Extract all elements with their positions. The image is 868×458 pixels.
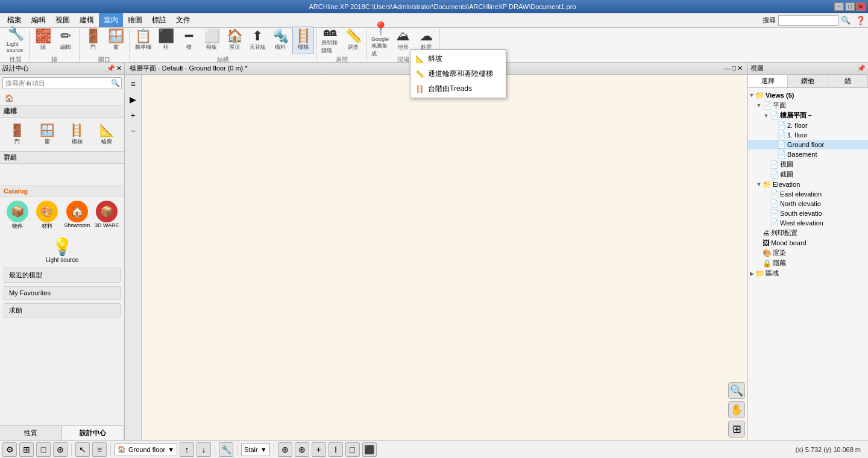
up-button[interactable]: ↑	[180, 442, 194, 457]
menu-build[interactable]: 建構	[75, 13, 99, 27]
properties-button[interactable]: 🔧 Light source	[5, 27, 27, 54]
canvas-tool-arrow[interactable]: ▶	[127, 93, 140, 106]
tab-anchor[interactable]: 錨	[828, 75, 868, 87]
design-center-controls[interactable]: 📌 ✕	[107, 64, 122, 72]
extra-button[interactable]: ⬛	[362, 442, 377, 457]
menu-draw[interactable]: 繪圖	[123, 13, 147, 27]
search-input[interactable]	[778, 15, 838, 26]
canvas-content[interactable]: ≡ ▶ + − 🔍 ✋ ⊞	[125, 75, 747, 440]
stair-button[interactable]: 🪜 樓梯	[292, 27, 314, 54]
canvas-grid-button[interactable]: ⊞	[728, 421, 745, 438]
room-button[interactable]: 🏘 房間和牆塊	[319, 27, 341, 54]
grid-button[interactable]: ⊞	[19, 442, 34, 457]
dc-door[interactable]: 🚪 門	[4, 121, 31, 148]
dc-search-input[interactable]	[3, 78, 110, 88]
tree-item[interactable]: 🔒 隱藏	[748, 258, 868, 268]
menu-document[interactable]: 文件	[171, 13, 195, 27]
snap-button[interactable]: ⊕	[53, 442, 68, 457]
wall-button[interactable]: 🧱 牆	[32, 27, 54, 54]
floor-dropdown[interactable]: 🏠 Ground floor ▼	[115, 443, 177, 456]
light-source-item[interactable]: 💡 Light source	[0, 234, 124, 266]
tree-item[interactable]: 📄 North elevatio	[748, 199, 868, 209]
dc-home-button[interactable]: 🏠	[0, 92, 124, 105]
slab-button[interactable]: ⬜ 模板	[201, 27, 222, 54]
canvas-maximize-icon[interactable]: □	[732, 64, 736, 72]
menu-edit[interactable]: 編輯	[27, 13, 51, 27]
rect-button[interactable]: □	[36, 442, 51, 457]
tab-properties[interactable]: 性質	[0, 426, 62, 440]
stair-dropdown-treads[interactable]: 🪜 台階由Treads	[410, 81, 506, 96]
stair-dropdown-status[interactable]: Stair ▼	[241, 443, 270, 456]
tree-item[interactable]: 📄 1. floor	[748, 130, 868, 140]
tree-item[interactable]: 🎨 渲染	[748, 248, 868, 258]
canvas-tool-list[interactable]: ≡	[127, 77, 140, 90]
roof-button[interactable]: 🏠 屋頂	[224, 27, 245, 54]
tool-button[interactable]: 🔧	[219, 442, 233, 457]
menu-interior[interactable]: 室內	[99, 13, 123, 27]
right-panel-controls[interactable]: 📌	[857, 64, 866, 72]
tab-select[interactable]: 選擇	[748, 75, 788, 87]
dc-profile[interactable]: 📐 輪廓	[93, 121, 121, 148]
tree-item[interactable]: 📄 視圖	[748, 159, 868, 169]
tree-item[interactable]: ▼ 📁 Views (5)	[748, 90, 868, 100]
title-bar-controls[interactable]: − □ ✕	[834, 2, 866, 11]
tree-item[interactable]: ▼ 📄 樓層平面－	[748, 110, 868, 121]
dc-search-icon[interactable]: 🔍	[110, 78, 121, 89]
compass-button[interactable]: ⊕	[295, 442, 309, 457]
tree-item[interactable]: 📄 East elevation	[748, 189, 868, 199]
help-button[interactable]: 求助	[4, 303, 121, 318]
wall-edit-button[interactable]: ✏ 編輯	[55, 27, 77, 54]
design-center-search[interactable]: 🔍	[2, 77, 122, 89]
rail-button[interactable]: 🔩 橫杆	[269, 27, 291, 54]
menu-file[interactable]: 檔案	[2, 13, 27, 27]
catalog-materials[interactable]: 🎨 材料	[34, 200, 61, 231]
rp-pin-icon[interactable]: 📌	[857, 64, 866, 72]
tree-item[interactable]: 📄 截圖	[748, 169, 868, 180]
window-button[interactable]: 🪟 窗	[105, 27, 127, 54]
down-button[interactable]: ↓	[197, 442, 211, 457]
settings-button[interactable]: ⚙	[2, 442, 17, 457]
canvas-minimize-icon[interactable]: —	[724, 64, 731, 72]
catalog-objects[interactable]: 📦 物件	[4, 200, 31, 231]
maximize-button[interactable]: □	[845, 2, 855, 11]
tree-item[interactable]: 📄 Basement	[748, 149, 868, 159]
googlemaps-button[interactable]: 📍 Google地圖集成	[370, 27, 391, 54]
canvas-pan-button[interactable]: ✋	[728, 401, 745, 418]
tab-other[interactable]: 鑽他	[788, 75, 828, 87]
menu-view[interactable]: 視圖	[51, 13, 75, 27]
tree-item[interactable]: 🖨 列印配置	[748, 228, 868, 238]
search-icon[interactable]: 🔍	[841, 16, 851, 25]
canvas-controls[interactable]: — □ ✕	[724, 64, 743, 72]
canvas-tool-zoom-out[interactable]: −	[127, 124, 140, 137]
ceiling-button[interactable]: ⬆ 天花板	[247, 27, 268, 54]
snap2-button[interactable]: +	[312, 442, 326, 457]
tree-item[interactable]: 📄 South elevatio	[748, 209, 868, 218]
survey-button[interactable]: 📏 調查	[342, 27, 364, 54]
measure-button[interactable]: Ⅰ	[329, 442, 343, 457]
canvas-tool-zoom-in[interactable]: +	[127, 108, 140, 122]
door-button[interactable]: 🚪 門	[82, 27, 104, 54]
stair-dropdown-profile[interactable]: 📏 通道輪廓和著陸樓梯	[410, 66, 506, 81]
dc-stair[interactable]: 🪜 模梯	[63, 121, 91, 148]
tree-item[interactable]: 🖼 Mood board	[748, 238, 868, 248]
list-button[interactable]: ≡	[92, 442, 107, 457]
tree-item[interactable]: 📄 2. floor	[748, 121, 868, 130]
stair-dropdown-slope[interactable]: 📐 斜坡	[410, 51, 506, 66]
column-spec-button[interactable]: 📋 梯專欄	[132, 27, 154, 54]
view-button[interactable]: □	[345, 442, 360, 457]
minimize-button[interactable]: −	[834, 2, 844, 11]
tree-item[interactable]: 📄 West elevation	[748, 218, 868, 228]
search-bar[interactable]: 搜尋 🔍 ❓	[763, 15, 866, 26]
help-icon[interactable]: ❓	[855, 16, 866, 25]
catalog-3dware[interactable]: 📦 3D WARE	[93, 200, 121, 231]
pin-icon[interactable]: 📌	[107, 64, 115, 72]
menu-annotate[interactable]: 標註	[147, 13, 171, 27]
layer-button[interactable]: ⊕	[278, 442, 292, 457]
column-button[interactable]: ⬛ 柱	[155, 27, 177, 54]
pointer-button[interactable]: ↖	[75, 442, 90, 457]
beam-button[interactable]: ━ 樑	[178, 27, 200, 54]
tree-item[interactable]: ▼ 📁 Elevation	[748, 180, 868, 189]
dc-close-icon[interactable]: ✕	[116, 64, 122, 72]
canvas-close-icon[interactable]: ✕	[737, 64, 743, 72]
dc-window[interactable]: 🪟 窗	[34, 121, 61, 148]
